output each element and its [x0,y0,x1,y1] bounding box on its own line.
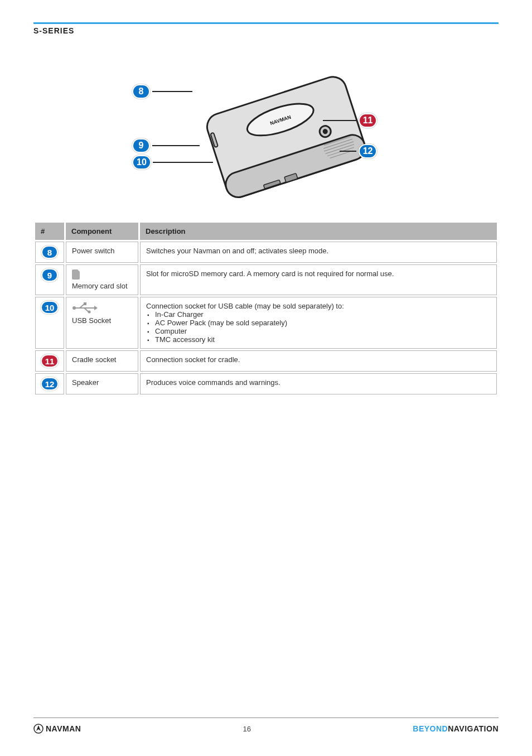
device-body: NAVMAN [194,63,378,210]
list-item: AC Power Pack (may be sold separately) [147,319,491,327]
svg-line-17 [80,304,84,308]
col-description: Description [140,223,497,240]
navman-logo-text: NAVMAN [46,724,81,733]
row-desc-10-lead: Connection socket for USB cable (may be … [146,302,491,310]
series-label: S-Series [33,26,499,35]
callout-9: 9 [132,138,200,153]
device-diagram: NAVMAN [33,52,499,210]
components-table: # Component Description 8 Power switch S… [33,221,499,396]
row-name-11: Cradle socket [66,350,138,372]
table-row: 8 Power switch Switches your Navman on a… [35,242,497,263]
usb-icon [72,302,132,314]
row-desc-11: Connection socket for cradle. [140,350,497,372]
list-item: Computer [147,327,491,335]
page-footer: NAVMAN 16 BEYONDNAVIGATION [33,718,499,734]
row-num-11: 11 [41,354,59,368]
row-desc-8: Switches your Navman on and off; activat… [140,242,497,263]
sd-card-icon [72,269,132,280]
row-name-9: Memory card slot [72,282,128,290]
col-num: # [35,223,64,240]
callout-bubble-11: 11 [359,113,378,128]
navman-logo-icon [33,724,43,734]
callout-12: 12 [340,144,377,158]
navman-logo: NAVMAN [33,724,81,734]
svg-rect-18 [84,302,86,305]
beyond-navigation-tagline: BEYONDNAVIGATION [413,724,499,733]
callout-10: 10 [132,155,213,170]
svg-point-20 [88,311,91,314]
row-name-12: Speaker [66,373,138,394]
row-num-12: 12 [41,377,59,391]
callout-bubble-10: 10 [132,155,151,170]
table-row: 10 USB Socket [35,297,497,349]
row-num-9: 9 [41,268,58,282]
row-num-8: 8 [41,245,58,259]
callout-bubble-12: 12 [359,144,378,158]
table-row: 9 Memory card slot Slot for microSD memo… [35,264,497,295]
table-row: 12 Speaker Produces voice commands and w… [35,373,497,394]
row-desc-10-list: In-Car Charger AC Power Pack (may be sol… [147,310,491,344]
list-item: In-Car Charger [147,310,491,319]
svg-marker-16 [94,306,98,310]
table-row: 11 Cradle socket Connection socket for c… [35,350,497,372]
row-name-10: USB Socket [72,316,111,325]
row-desc-12: Produces voice commands and warnings. [140,373,497,394]
header-rule [33,22,499,24]
row-num-10: 10 [41,301,59,314]
list-item: TMC accessory kit [147,335,491,344]
callout-bubble-8: 8 [132,84,150,99]
page-number: 16 [243,725,251,733]
row-name-8: Power switch [66,242,138,263]
callout-8: 8 [132,84,192,99]
callout-11: 11 [323,113,377,128]
row-desc-9: Slot for microSD memory card. A memory c… [140,264,497,295]
callout-bubble-9: 9 [132,138,150,153]
col-component: Component [66,223,138,240]
